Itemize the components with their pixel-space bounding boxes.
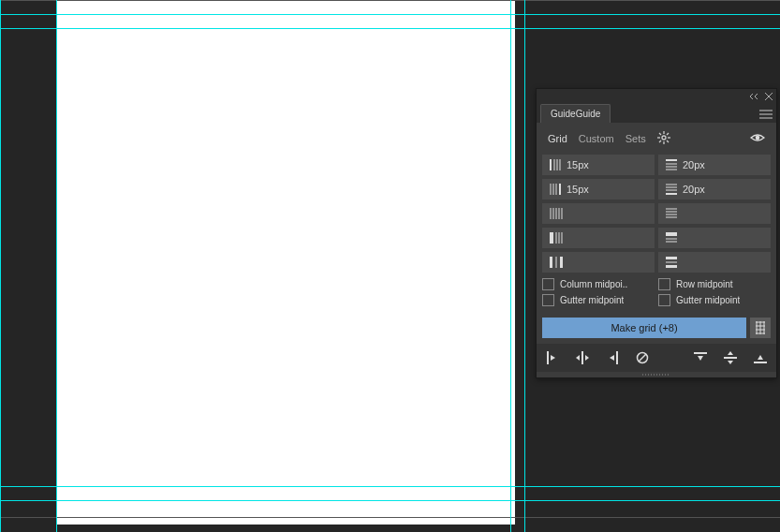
vertical-bottom-button[interactable] bbox=[752, 349, 769, 366]
svg-point-0 bbox=[662, 136, 666, 140]
field-value: 15px bbox=[567, 159, 589, 170]
guide-vertical[interactable] bbox=[56, 0, 57, 532]
gutter-midpoint-right-checkbox[interactable]: Gutter midpoint bbox=[658, 294, 771, 306]
columns-input[interactable] bbox=[542, 203, 655, 224]
guide-horizontal[interactable] bbox=[0, 14, 780, 15]
canvas[interactable] bbox=[56, 0, 515, 525]
make-grid-button[interactable]: Make grid (+8) bbox=[542, 318, 746, 338]
horizontal-left-button[interactable] bbox=[544, 349, 561, 366]
svg-rect-42 bbox=[550, 257, 552, 268]
svg-line-8 bbox=[659, 140, 661, 142]
guide-horizontal[interactable] bbox=[0, 28, 780, 29]
canvas-ruler bbox=[0, 0, 780, 1]
guide-horizontal[interactable] bbox=[0, 500, 780, 501]
drag-handle[interactable] bbox=[537, 372, 776, 377]
margin-left-icon bbox=[550, 159, 561, 170]
column-margin-2-input[interactable]: 15px bbox=[542, 179, 655, 200]
vertical-top-button[interactable] bbox=[692, 349, 709, 366]
svg-rect-47 bbox=[666, 265, 677, 268]
svg-line-60 bbox=[639, 354, 646, 362]
gutter-midpoint-left-checkbox[interactable]: Gutter midpoint bbox=[542, 294, 655, 306]
columns-icon bbox=[550, 208, 563, 219]
row-margin-2-input[interactable]: 20px bbox=[658, 179, 771, 200]
close-icon[interactable] bbox=[765, 87, 773, 104]
visibility-icon[interactable] bbox=[750, 130, 765, 147]
column-width-input[interactable] bbox=[542, 228, 655, 248]
row-margin-input[interactable]: 20px bbox=[658, 155, 771, 175]
svg-rect-39 bbox=[666, 232, 677, 236]
svg-rect-44 bbox=[560, 257, 563, 268]
panel-tab[interactable]: GuideGuide bbox=[540, 104, 611, 123]
column-margin-input[interactable]: 15px bbox=[542, 155, 655, 175]
grid-options-button[interactable] bbox=[750, 318, 771, 338]
tab-grid[interactable]: Grid bbox=[548, 133, 567, 144]
field-value: 15px bbox=[567, 184, 589, 195]
svg-point-9 bbox=[756, 136, 760, 140]
guide-horizontal[interactable] bbox=[0, 486, 780, 487]
guide-vertical[interactable] bbox=[510, 0, 511, 532]
svg-rect-35 bbox=[550, 232, 553, 244]
row-midpoint-checkbox[interactable]: Row midpoint bbox=[658, 278, 771, 290]
tab-sets[interactable]: Sets bbox=[625, 133, 646, 144]
grid-icon bbox=[756, 321, 765, 334]
rows-input[interactable] bbox=[658, 203, 771, 224]
margin-bottom-icon bbox=[666, 184, 677, 195]
menu-icon[interactable] bbox=[759, 106, 773, 123]
horizontal-right-button[interactable] bbox=[604, 349, 621, 366]
horizontal-center-button[interactable] bbox=[574, 349, 591, 366]
row-gutter-icon bbox=[666, 257, 677, 268]
margin-right-icon bbox=[550, 184, 561, 195]
svg-rect-45 bbox=[666, 257, 677, 259]
collapse-icon[interactable] bbox=[750, 87, 759, 104]
column-midpoint-checkbox[interactable]: Column midpoi.. bbox=[542, 278, 655, 290]
rows-icon bbox=[666, 208, 677, 219]
canvas-ruler bbox=[0, 517, 780, 518]
svg-line-5 bbox=[659, 133, 661, 135]
svg-line-6 bbox=[667, 140, 669, 142]
guide-vertical[interactable] bbox=[524, 0, 525, 532]
field-value: 20px bbox=[683, 184, 705, 195]
column-width-icon bbox=[550, 232, 563, 244]
field-value: 20px bbox=[683, 159, 705, 170]
clear-button[interactable] bbox=[634, 349, 651, 366]
svg-line-7 bbox=[667, 133, 669, 135]
column-gutter-input[interactable] bbox=[542, 252, 655, 273]
gear-icon[interactable] bbox=[657, 131, 670, 146]
guideguide-panel: GuideGuide Grid Custom Sets 15px 20px 15… bbox=[536, 88, 777, 378]
vertical-center-button[interactable] bbox=[722, 349, 739, 366]
row-height-input[interactable] bbox=[658, 228, 771, 248]
column-gutter-icon bbox=[550, 257, 563, 268]
row-height-icon bbox=[666, 232, 677, 244]
row-gutter-input[interactable] bbox=[658, 252, 771, 273]
margin-top-icon bbox=[666, 159, 677, 170]
guide-vertical[interactable] bbox=[0, 0, 1, 532]
tab-custom[interactable]: Custom bbox=[579, 133, 614, 144]
